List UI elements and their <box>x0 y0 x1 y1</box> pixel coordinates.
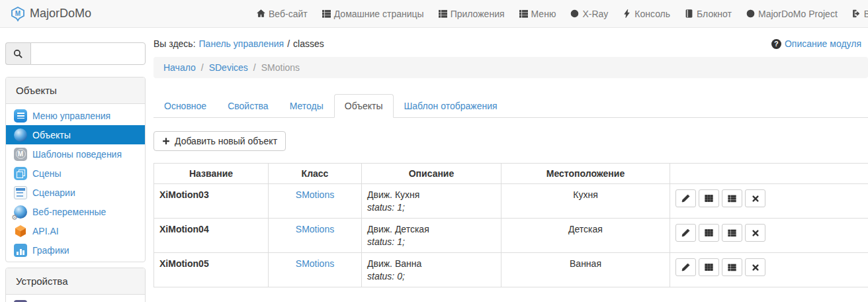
nav-item-console[interactable]: Консоль <box>623 9 670 19</box>
x-icon <box>752 264 760 272</box>
sidebar-item-web-variables[interactable]: Веб-переменные <box>6 202 145 221</box>
plus-icon <box>162 137 170 145</box>
tab-display-template[interactable]: Шаблон отображения <box>394 94 508 118</box>
delete-button[interactable] <box>745 224 765 242</box>
nav-item-website[interactable]: Веб-сайт <box>257 9 308 19</box>
pencil-icon <box>681 194 690 203</box>
class-breadcrumb-link-home[interactable]: Начало <box>163 62 196 73</box>
header-actions <box>670 164 868 184</box>
class-breadcrumb-current: SMotions <box>261 62 300 73</box>
grid-button[interactable] <box>699 224 719 242</box>
delete-button[interactable] <box>745 258 765 276</box>
web-variables-icon <box>14 205 27 219</box>
nav-item-logout[interactable]: Выйти <box>852 9 868 19</box>
clock-icon <box>570 9 579 18</box>
sidebar-item-scripts[interactable]: Сценарии <box>6 183 145 202</box>
module-description-link[interactable]: Описание модуля <box>771 38 861 49</box>
object-description: Движ. Ванна <box>367 258 496 269</box>
object-location: Ванная <box>501 253 670 287</box>
sidebar-item-apiai[interactable]: API.AI <box>6 221 145 240</box>
top-navbar: M MajorDoMo Веб-сайт Домашние страницы П… <box>0 0 868 28</box>
behavior-templates-icon <box>14 148 27 161</box>
mqtt-icon <box>14 300 27 302</box>
class-breadcrumb-separator: / <box>201 62 204 73</box>
grid-button[interactable] <box>699 189 719 207</box>
panel-heading: Устройства <box>6 268 145 295</box>
list-button[interactable] <box>722 224 742 242</box>
row-actions <box>675 224 863 242</box>
nav-item-xray[interactable]: X-Ray <box>570 9 608 19</box>
search-icon <box>13 49 23 59</box>
list-icon <box>439 9 447 18</box>
sidebar-search <box>5 42 146 65</box>
grid-icon <box>705 228 713 237</box>
sidebar-item-objects[interactable]: Объекты <box>6 125 145 144</box>
nav-item-majordomo-project[interactable]: MajorDoMo Project <box>746 9 838 19</box>
object-class-link[interactable]: SMotions <box>296 189 334 200</box>
objects-table: Название Класс Описание Местоположение X… <box>153 163 868 287</box>
edit-button[interactable] <box>675 224 696 242</box>
nav-item-applications[interactable]: Приложения <box>439 9 505 19</box>
grid-button[interactable] <box>699 258 719 276</box>
main-content: Вы здесь: Панель управления / classes Оп… <box>152 28 868 287</box>
object-description: Движ. Кухня <box>367 189 496 200</box>
search-input[interactable] <box>30 42 146 65</box>
list-button[interactable] <box>722 258 742 276</box>
object-name: XiMotion03 <box>154 184 269 219</box>
delete-button[interactable] <box>745 189 765 207</box>
brand[interactable]: M MajorDoMo <box>10 6 91 22</box>
class-breadcrumb-link-sdevices[interactable]: SDevices <box>209 62 248 73</box>
x-icon <box>752 195 760 203</box>
charts-icon <box>14 244 27 257</box>
row-actions <box>675 189 863 207</box>
class-breadcrumb-separator: / <box>253 62 256 73</box>
sidebar-item-charts[interactable]: Графики <box>6 240 145 260</box>
row-actions <box>675 258 863 276</box>
edit-button[interactable] <box>675 258 696 276</box>
notebook-icon <box>685 9 693 18</box>
home-icon <box>257 9 265 18</box>
control-menu-icon <box>14 109 27 123</box>
edit-button[interactable] <box>675 189 696 207</box>
list-icon <box>519 9 528 18</box>
sidebar-panel-objects: Объекты Меню управления Объекты Шаблоны … <box>5 77 146 262</box>
object-class-link[interactable]: SMotions <box>296 224 334 234</box>
table-row: XiMotion04 SMotions Движ. Детская status… <box>154 219 868 253</box>
list-icon <box>728 263 736 272</box>
table-row: XiMotion05 SMotions Движ. Ванна status: … <box>154 253 868 287</box>
add-object-button[interactable]: Добавить новый объект <box>153 131 286 151</box>
tab-main[interactable]: Основное <box>153 94 217 118</box>
nav-item-notebook[interactable]: Блокнот <box>685 9 732 19</box>
tab-properties[interactable]: Свойства <box>217 94 279 118</box>
header-location: Местоположение <box>501 164 670 184</box>
nav-item-home-pages[interactable]: Домашние страницы <box>322 9 424 19</box>
object-location: Детская <box>501 219 670 253</box>
object-name: XiMotion05 <box>154 253 269 287</box>
scenes-icon <box>14 167 27 180</box>
list-button[interactable] <box>722 189 742 207</box>
sidebar-item-mqtt[interactable]: MQTT <box>6 297 145 302</box>
sidebar-item-control-menu[interactable]: Меню управления <box>6 106 145 125</box>
question-circle-icon <box>771 39 781 49</box>
breadcrumb-prefix: Вы здесь: <box>153 38 196 49</box>
sidebar-item-behavior-templates[interactable]: Шаблоны поведения <box>6 144 145 164</box>
sidebar-item-scenes[interactable]: Сцены <box>6 164 145 183</box>
nav-item-menu[interactable]: Меню <box>519 9 556 19</box>
grid-icon <box>705 263 713 272</box>
list-icon <box>728 228 736 237</box>
object-status: status: 1; <box>367 202 496 213</box>
tab-objects[interactable]: Объекты <box>334 94 394 118</box>
object-description: Движ. Детская <box>367 224 496 234</box>
breadcrumb: Вы здесь: Панель управления / classes Оп… <box>153 38 861 49</box>
pencil-icon <box>681 228 690 237</box>
apiai-box-icon <box>14 225 27 238</box>
logout-icon <box>852 9 861 18</box>
search-button[interactable] <box>5 42 30 65</box>
table-header-row: Название Класс Описание Местоположение <box>154 164 868 184</box>
tab-methods[interactable]: Методы <box>279 94 334 118</box>
object-class-link[interactable]: SMotions <box>296 258 334 269</box>
breadcrumb-link-control-panel[interactable]: Панель управления <box>199 38 284 49</box>
breadcrumb-separator: / <box>287 38 290 49</box>
svg-text:M: M <box>15 9 21 17</box>
breadcrumb-current: classes <box>293 38 324 49</box>
